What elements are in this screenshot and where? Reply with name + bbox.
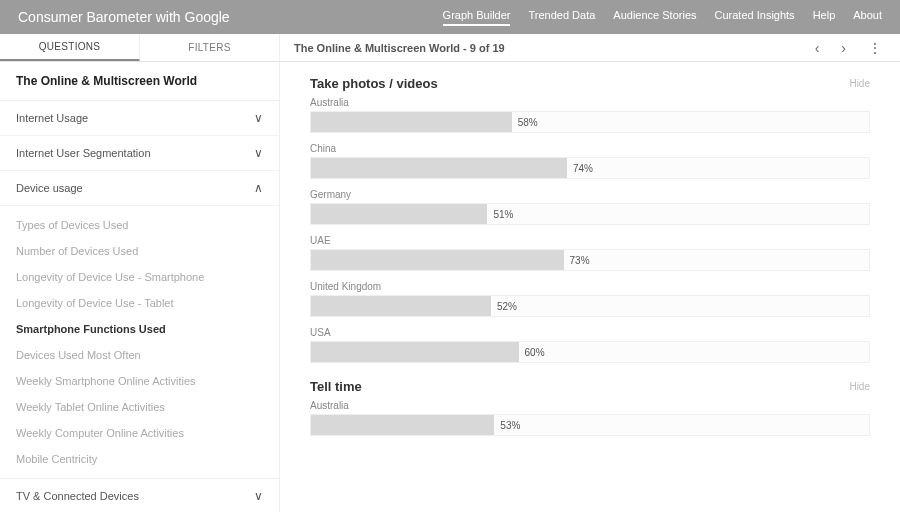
bar-row: UAE73% [310, 235, 870, 271]
brand: Consumer Barometer with Google [18, 9, 230, 25]
hide-button[interactable]: Hide [849, 78, 870, 89]
sidebar-sub-item[interactable]: Weekly Computer Online Activities [0, 420, 279, 446]
chevron-down-icon: ∨ [254, 146, 263, 160]
sidebar-sub-item[interactable]: Mobile Centricity [0, 446, 279, 472]
bar-track: 58% [310, 111, 870, 133]
next-button[interactable]: › [837, 38, 850, 58]
bar-track: 52% [310, 295, 870, 317]
bar-value: 51% [493, 209, 513, 220]
bar-fill [311, 112, 512, 132]
sidebar-sublist: Types of Devices UsedNumber of Devices U… [0, 206, 279, 479]
top-nav: Graph BuilderTrended DataAudience Storie… [443, 9, 882, 26]
bar-fill [311, 342, 519, 362]
subhead-tab[interactable]: FILTERS [140, 34, 280, 61]
bar-track: 74% [310, 157, 870, 179]
more-menu-icon[interactable]: ⋮ [864, 38, 886, 58]
topnav-item[interactable]: Graph Builder [443, 9, 511, 26]
sidebar-group-label: Device usage [16, 182, 83, 194]
main: The Online & Multiscreen World Internet … [0, 62, 900, 512]
chevron-down-icon: ∨ [254, 111, 263, 125]
bar-track: 53% [310, 414, 870, 436]
subhead-right: The Online & Multiscreen World - 9 of 19… [280, 34, 900, 61]
sidebar-group-label: Internet Usage [16, 112, 88, 124]
sidebar-sub-item[interactable]: Number of Devices Used [0, 238, 279, 264]
top-bar: Consumer Barometer with Google Graph Bui… [0, 0, 900, 34]
sidebar-group[interactable]: TV & Connected Devices∨ [0, 479, 279, 512]
chart-title: Tell time [310, 379, 362, 394]
sidebar-sub-item[interactable]: Weekly Tablet Online Activities [0, 394, 279, 420]
prev-button[interactable]: ‹ [811, 38, 824, 58]
bar-fill [311, 296, 491, 316]
bar-value: 53% [500, 420, 520, 431]
breadcrumb: The Online & Multiscreen World - 9 of 19 [294, 42, 505, 54]
bar-fill [311, 158, 567, 178]
sidebar-group[interactable]: Internet User Segmentation∨ [0, 136, 279, 171]
bar-fill [311, 250, 564, 270]
bar-row: Australia58% [310, 97, 870, 133]
bar-label: Germany [310, 189, 870, 200]
content: Take photos / videosHideAustralia58%Chin… [280, 62, 900, 512]
pager: ‹ › ⋮ [811, 38, 886, 58]
bar-row: United Kingdom52% [310, 281, 870, 317]
bar-label: Australia [310, 400, 870, 411]
sidebar-sub-item[interactable]: Devices Used Most Often [0, 342, 279, 368]
chart-head: Take photos / videosHide [310, 76, 870, 91]
bar-track: 73% [310, 249, 870, 271]
sidebar-sub-item[interactable]: Weekly Smartphone Online Activities [0, 368, 279, 394]
bar-value: 60% [525, 347, 545, 358]
bar-value: 52% [497, 301, 517, 312]
sidebar-group[interactable]: Device usage∧ [0, 171, 279, 206]
brand-suffix: Google [185, 9, 230, 25]
bar-fill [311, 204, 487, 224]
sidebar: The Online & Multiscreen World Internet … [0, 62, 280, 512]
bar-label: China [310, 143, 870, 154]
topnav-item[interactable]: About [853, 9, 882, 26]
topnav-item[interactable]: Audience Stories [613, 9, 696, 26]
subhead-tabs: QUESTIONSFILTERS [0, 34, 280, 61]
topnav-item[interactable]: Curated Insights [715, 9, 795, 26]
chart-title: Take photos / videos [310, 76, 438, 91]
topnav-item[interactable]: Trended Data [528, 9, 595, 26]
sidebar-sub-item[interactable]: Longevity of Device Use - Tablet [0, 290, 279, 316]
bar-track: 60% [310, 341, 870, 363]
sidebar-group-label: TV & Connected Devices [16, 490, 139, 502]
bar-row: Germany51% [310, 189, 870, 225]
chart-block: Take photos / videosHideAustralia58%Chin… [310, 76, 870, 363]
sidebar-sub-item[interactable]: Smartphone Functions Used [0, 316, 279, 342]
bar-label: Australia [310, 97, 870, 108]
bar-value: 73% [570, 255, 590, 266]
chart-block: Tell timeHideAustralia53% [310, 379, 870, 436]
bar-value: 58% [518, 117, 538, 128]
sidebar-sub-item[interactable]: Types of Devices Used [0, 212, 279, 238]
chevron-down-icon: ∨ [254, 489, 263, 503]
bar-label: United Kingdom [310, 281, 870, 292]
hide-button[interactable]: Hide [849, 381, 870, 392]
bar-value: 74% [573, 163, 593, 174]
bar-row: USA60% [310, 327, 870, 363]
chart-head: Tell timeHide [310, 379, 870, 394]
sidebar-group[interactable]: Internet Usage∨ [0, 101, 279, 136]
sub-header: QUESTIONSFILTERS The Online & Multiscree… [0, 34, 900, 62]
brand-mid: with [156, 9, 185, 25]
sidebar-sub-item[interactable]: Longevity of Device Use - Smartphone [0, 264, 279, 290]
bar-label: UAE [310, 235, 870, 246]
bar-row: China74% [310, 143, 870, 179]
bar-label: USA [310, 327, 870, 338]
topnav-item[interactable]: Help [813, 9, 836, 26]
chevron-up-icon: ∧ [254, 181, 263, 195]
bar-fill [311, 415, 494, 435]
bar-track: 51% [310, 203, 870, 225]
brand-prefix: Consumer Barometer [18, 9, 156, 25]
sidebar-section-title: The Online & Multiscreen World [0, 62, 279, 101]
bar-row: Australia53% [310, 400, 870, 436]
sidebar-group-label: Internet User Segmentation [16, 147, 151, 159]
subhead-tab[interactable]: QUESTIONS [0, 34, 140, 61]
